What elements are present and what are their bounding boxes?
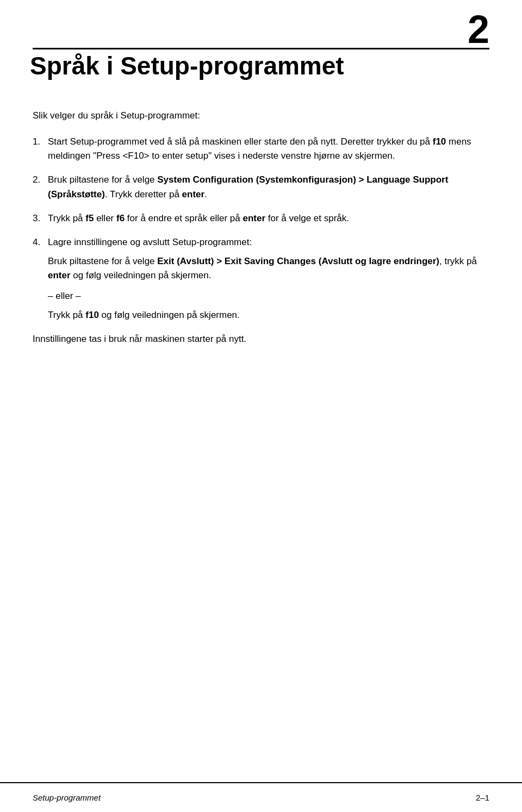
step-1-number: 1. (33, 135, 48, 149)
step-4-sub1: Bruk piltastene for å velge Exit (Avslut… (48, 254, 489, 283)
intro-text: Slik velger du språk i Setup-programmet: (33, 109, 489, 123)
step-4-or: – eller – (48, 289, 489, 303)
step-3-text: Trykk på f5 eller f6 for å endre et språ… (48, 211, 489, 226)
step-4-number: 4. (33, 235, 48, 249)
step-3-number: 3. (33, 211, 48, 226)
chapter-title: Språk i Setup-programmet (30, 52, 492, 80)
step-2-text: Bruk piltastene for å velge System Confi… (48, 173, 489, 202)
step-4: 4. Lagre innstillingene og avslutt Setup… (33, 235, 489, 322)
step-4-sub2: Trykk på f10 og følg veiledningen på skj… (48, 308, 489, 322)
step-2: 2. Bruk piltastene for å velge System Co… (33, 173, 489, 202)
chapter-number: 2 (468, 10, 489, 49)
step-1-text: Start Setup-programmet ved å slå på mask… (48, 135, 489, 164)
final-note: Innstillingene tas i bruk når maskinen s… (33, 332, 489, 346)
content-area: Slik velger du språk i Setup-programmet:… (33, 109, 489, 769)
page-container: 2 Språk i Setup-programmet Slik velger d… (0, 0, 522, 812)
footer-right-text: 2–1 (476, 793, 489, 802)
step-2-number: 2. (33, 173, 48, 187)
footer: Setup-programmet 2–1 (0, 782, 522, 812)
step-4-text: Lagre innstillingene og avslutt Setup-pr… (48, 235, 489, 249)
step-1: 1. Start Setup-programmet ved å slå på m… (33, 135, 489, 164)
step-3: 3. Trykk på f5 eller f6 for å endre et s… (33, 211, 489, 226)
top-rule (33, 48, 489, 49)
footer-left-text: Setup-programmet (33, 793, 101, 802)
